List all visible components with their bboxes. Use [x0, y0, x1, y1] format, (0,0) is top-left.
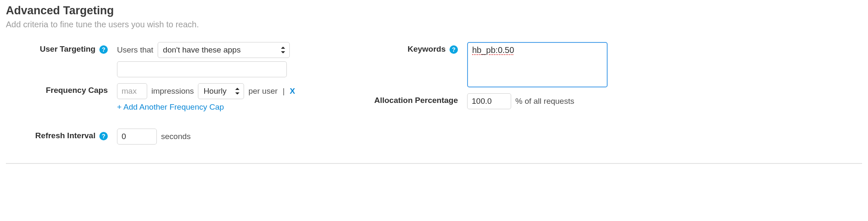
row-user-targeting-apps: [6, 61, 312, 77]
users-that-text: Users that: [117, 45, 153, 55]
keywords-label: Keywords ?: [358, 42, 467, 54]
frequency-cap-interval-select[interactable]: Hourly: [198, 83, 244, 99]
user-targeting-select-value: don't have these apps: [163, 45, 241, 55]
sort-icon: [281, 47, 285, 53]
section-title: Advanced Targeting: [6, 4, 862, 17]
frequency-caps-label-text: Frequency Caps: [46, 86, 108, 95]
pipe-separator: |: [283, 87, 285, 96]
row-allocation-percentage: Allocation Percentage % of all requests: [358, 93, 698, 109]
help-icon[interactable]: ?: [450, 45, 458, 54]
refresh-interval-input[interactable]: [117, 129, 157, 145]
section-subtitle: Add criteria to fine tune the users you …: [6, 20, 862, 29]
allocation-percentage-input[interactable]: [467, 93, 511, 109]
left-column: User Targeting ? Users that don't have t…: [6, 42, 312, 150]
refresh-interval-unit: seconds: [161, 132, 191, 141]
keywords-value: hb_pb:0.50: [472, 45, 514, 55]
row-user-targeting: User Targeting ? Users that don't have t…: [6, 42, 312, 58]
user-targeting-label-text: User Targeting: [40, 45, 96, 53]
user-targeting-apps-input[interactable]: [117, 61, 287, 77]
allocation-label-text: Allocation Percentage: [374, 96, 458, 105]
allocation-label: Allocation Percentage: [358, 93, 467, 105]
row-frequency-caps: Frequency Caps impressions Hourly per us…: [6, 83, 312, 99]
row-add-frequency-cap: + Add Another Frequency Cap: [6, 103, 312, 112]
user-targeting-label: User Targeting ?: [6, 42, 117, 54]
frequency-cap-max-input[interactable]: [117, 83, 147, 99]
remove-frequency-cap-button[interactable]: X: [290, 87, 295, 96]
user-targeting-select[interactable]: don't have these apps: [158, 42, 290, 58]
refresh-interval-label-text: Refresh Interval: [35, 131, 96, 140]
right-column: Keywords ? hb_pb:0.50 Allocation Percent…: [358, 42, 698, 150]
frequency-cap-interval-value: Hourly: [203, 87, 226, 96]
sort-icon: [235, 88, 239, 95]
impressions-text: impressions: [151, 87, 194, 96]
spacer: [6, 103, 117, 105]
divider: [6, 163, 862, 164]
row-keywords: Keywords ? hb_pb:0.50: [358, 42, 698, 87]
help-icon[interactable]: ?: [99, 132, 108, 140]
keywords-textarea[interactable]: hb_pb:0.50: [467, 42, 608, 87]
spacer: [6, 61, 117, 64]
add-frequency-cap-link[interactable]: + Add Another Frequency Cap: [117, 103, 224, 112]
allocation-suffix: % of all requests: [515, 97, 574, 106]
per-user-text: per user: [248, 87, 278, 96]
keywords-label-text: Keywords: [408, 45, 446, 53]
frequency-caps-label: Frequency Caps: [6, 83, 117, 95]
help-icon[interactable]: ?: [99, 45, 108, 54]
refresh-interval-label: Refresh Interval ?: [6, 129, 117, 140]
row-refresh-interval: Refresh Interval ? seconds: [6, 129, 312, 145]
